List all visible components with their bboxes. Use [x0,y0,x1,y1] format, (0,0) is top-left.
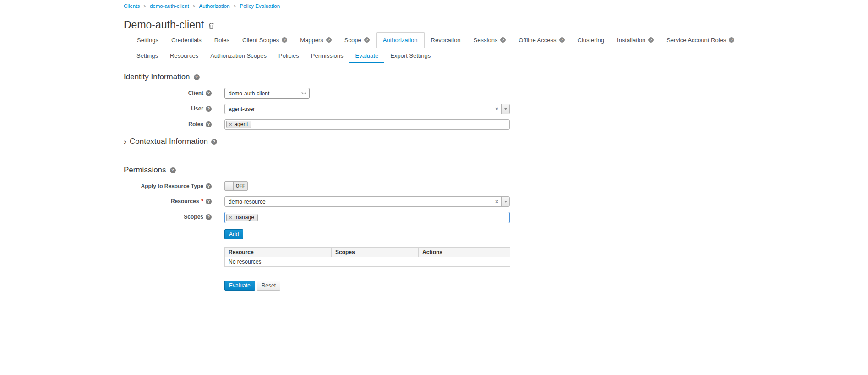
user-select[interactable]: agent-user × [224,104,510,114]
permissions-section: Permissions ? Apply to Resource Type ? O… [124,154,710,291]
client-tabs: Settings Credentials Roles Client Scopes… [124,32,710,48]
tab-authorization[interactable]: Authorization [376,32,425,48]
resources-table-wrapper: Resource Scopes Actions No resources [224,247,710,267]
breadcrumb-clients[interactable]: Clients [124,3,140,9]
subtab-evaluate[interactable]: Evaluate [349,48,385,63]
tab-label: Client Scopes [242,37,279,44]
contextual-information-toggle[interactable]: › Contextual Information ? [124,137,710,146]
help-icon[interactable]: ? [206,199,212,204]
help-icon[interactable]: ? [729,37,734,43]
subtab-resources[interactable]: Resources [164,48,204,63]
permissions-heading: Permissions ? [124,165,710,175]
help-icon[interactable]: ? [648,37,654,43]
column-header-resource: Resource [225,248,332,257]
add-button[interactable]: Add [224,229,243,239]
apply-to-resource-type-row: Apply to Resource Type ? OFF [124,181,710,191]
role-tag: × agent [226,121,251,128]
help-icon[interactable]: ? [211,139,217,145]
roles-tag-input[interactable]: × agent [224,119,510,130]
authorization-subtabs: Settings Resources Authorization Scopes … [124,48,710,63]
tab-mappers[interactable]: Mappers? [294,32,338,48]
breadcrumb-policy-evaluation[interactable]: Policy Evaluation [240,3,280,9]
subtab-settings[interactable]: Settings [131,48,164,63]
help-icon[interactable]: ? [282,37,287,43]
tab-credentials[interactable]: Credentials [165,32,208,48]
tab-settings[interactable]: Settings [131,32,165,48]
subtab-authorization-scopes[interactable]: Authorization Scopes [204,48,273,63]
client-select[interactable]: demo-auth-client [224,88,310,99]
tab-installation[interactable]: Installation? [611,32,660,48]
add-row: Add [224,229,710,239]
tab-scope[interactable]: Scope? [338,32,376,48]
tab-service-account-roles[interactable]: Service Account Roles? [660,32,741,48]
help-icon[interactable]: ? [559,37,565,43]
tab-offline-access[interactable]: Offline Access? [512,32,571,48]
tab-clustering[interactable]: Clustering [571,32,611,48]
toggle-handle [225,182,234,190]
chevron-down-icon [302,90,306,95]
help-icon[interactable]: ? [206,90,212,96]
section-title: Contextual Information [130,137,208,146]
help-icon[interactable]: ? [326,37,332,43]
breadcrumb-separator: > [193,4,196,9]
user-dropdown-button[interactable] [501,104,509,114]
column-header-scopes: Scopes [332,248,419,257]
tag-label: manage [234,214,254,221]
chevron-down-icon [504,108,507,110]
help-icon[interactable]: ? [364,37,370,43]
remove-tag-icon[interactable]: × [229,215,232,220]
subtab-policies[interactable]: Policies [273,48,305,63]
breadcrumb-separator: > [143,4,146,9]
scopes-tag-input[interactable]: × manage [224,212,510,223]
clear-user-icon[interactable]: × [492,106,501,112]
column-header-actions: Actions [419,248,510,257]
user-label: User ? [124,104,224,114]
breadcrumb-client[interactable]: demo-auth-client [150,3,189,9]
tab-label: Clustering [578,37,605,44]
identity-information-heading: Identity Information ? [124,72,710,82]
client-label: Client ? [124,88,224,98]
breadcrumb-authorization[interactable]: Authorization [199,3,230,9]
tab-label: Credentials [171,37,202,44]
evaluate-button[interactable]: Evaluate [224,281,255,291]
tag-label: agent [234,121,248,127]
resources-select[interactable]: demo-resource × [224,196,510,207]
toggle-state-label: OFF [234,182,247,190]
help-icon[interactable]: ? [206,214,212,220]
user-select-value: agent-user [225,106,492,112]
apply-to-resource-type-toggle[interactable]: OFF [224,181,248,191]
tab-label: Installation [617,37,645,44]
help-icon[interactable]: ? [206,121,212,127]
roles-label: Roles ? [124,119,224,129]
delete-client-icon[interactable] [208,22,214,29]
scope-tag: × manage [226,214,258,221]
help-icon[interactable]: ? [206,183,212,189]
resources-dropdown-button[interactable] [501,197,509,206]
help-icon[interactable]: ? [170,167,176,173]
form-actions: Evaluate Reset [224,281,710,291]
tab-roles[interactable]: Roles [208,32,236,48]
breadcrumb: Clients > demo-auth-client > Authorizati… [124,3,710,9]
tab-sessions[interactable]: Sessions? [467,32,513,48]
tab-revocation[interactable]: Revocation [425,32,467,48]
section-title: Identity Information [124,72,190,82]
resources-table: Resource Scopes Actions No resources [224,247,510,267]
table-header-row: Resource Scopes Actions [225,248,510,257]
tab-label: Authorization [383,37,418,44]
clear-resource-icon[interactable]: × [492,199,501,204]
tab-label: Scope [344,37,361,44]
tab-client-scopes[interactable]: Client Scopes? [236,32,294,48]
page-title: Demo-auth-client [124,19,710,31]
scopes-label: Scopes ? [124,212,224,222]
help-icon[interactable]: ? [500,37,506,43]
reset-button[interactable]: Reset [257,281,280,291]
user-field-row: User ? agent-user × [124,104,710,114]
empty-table-message: No resources [225,257,510,267]
client-field-row: Client ? demo-auth-client [124,88,710,99]
subtab-export-settings[interactable]: Export Settings [384,48,437,63]
help-icon[interactable]: ? [206,106,212,112]
tab-label: Roles [214,37,229,44]
remove-tag-icon[interactable]: × [229,122,232,127]
help-icon[interactable]: ? [194,74,200,80]
subtab-permissions[interactable]: Permissions [305,48,349,63]
